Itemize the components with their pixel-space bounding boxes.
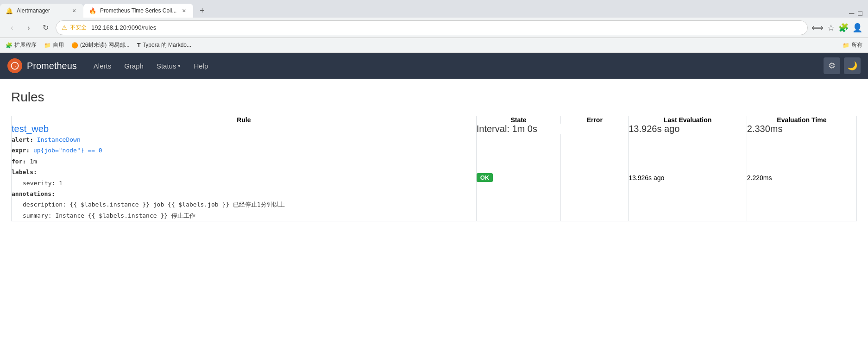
rule-cell: alert: InstanceDown expr: up{job="node"}…	[12, 134, 477, 221]
address-bar[interactable]: ⚠ 不安全 192.168.1.20:9090/rules	[56, 20, 808, 35]
window-controls: ─ □	[843, 9, 868, 18]
back-button[interactable]: ‹	[6, 21, 19, 34]
bookmark-ziyong[interactable]: 📁 自用	[44, 41, 64, 49]
bookmark-icon[interactable]: ☆	[827, 23, 835, 33]
group-name[interactable]: test_web	[12, 124, 49, 134]
page-title: Rules	[11, 90, 857, 105]
description-value: description: {{ $labels.instance }} job …	[23, 199, 476, 210]
forward-button[interactable]: ›	[22, 21, 35, 34]
new-tab-button[interactable]: +	[195, 4, 209, 18]
bookmarks-all-label: 所有	[851, 41, 862, 49]
extension-icon[interactable]: 🧩	[838, 23, 849, 33]
status-dropdown-icon: ▾	[178, 63, 181, 69]
severity-value: severity: 1	[23, 178, 476, 188]
bookmark-typora-label: Typora 的 Markdo...	[143, 41, 191, 49]
rule-description-line: description: {{ $labels.instance }} job …	[12, 199, 476, 210]
bookmark-extensions-label: 扩展程序	[14, 41, 37, 49]
evaluation-time-value: 2.220ms	[747, 174, 772, 182]
tab-close-alertmanager[interactable]: ×	[70, 7, 78, 14]
annotations-key: annotations:	[12, 190, 55, 197]
security-warning-icon: ⚠	[62, 24, 67, 31]
settings-icon: ⚙	[828, 61, 836, 71]
page-content: Rules test_web Interval: 1m 0s 13.926s a…	[0, 79, 868, 232]
header-evaluation-time: Evaluation Time	[747, 116, 856, 124]
minimize-button[interactable]: ─	[849, 9, 854, 18]
for-key: for:	[12, 158, 26, 165]
rule-expr-line: expr: up{job="node"} == 0	[12, 145, 476, 156]
toolbar-actions: ⟺ ☆ 🧩 👤	[811, 23, 862, 33]
tab-title-prometheus: Prometheus Time Series Coll...	[100, 7, 176, 14]
navbar-settings: ⚙ 🌙	[824, 57, 861, 74]
prometheus-svg-icon	[10, 61, 19, 70]
last-evaluation-value: 13.926s ago	[629, 174, 664, 182]
browser-tab-alertmanager[interactable]: 🔔 Alertmanager ×	[0, 4, 83, 18]
maximize-button[interactable]: □	[858, 9, 862, 18]
table-header: Rule State Error Last Evaluation Evaluat…	[12, 116, 857, 124]
labels-key: labels:	[12, 169, 37, 176]
rules-table: test_web Interval: 1m 0s 13.926s ago 2.3…	[11, 116, 857, 221]
tab-favicon-prometheus: 🔥	[89, 7, 96, 14]
tab-close-prometheus[interactable]: ×	[180, 7, 188, 14]
prometheus-logo-icon	[7, 58, 22, 73]
group-ago-cell: 13.926s ago	[629, 124, 747, 134]
browser-toolbar: ‹ › ↻ ⚠ 不安全 192.168.1.20:9090/rules ⟺ ☆ …	[0, 18, 868, 38]
group-interval-cell: Interval: 1m 0s	[476, 124, 629, 134]
tab-title-alertmanager: Alertmanager	[17, 7, 67, 14]
prometheus-title: Prometheus	[27, 61, 77, 71]
nav-help[interactable]: Help	[188, 58, 214, 74]
nav-status[interactable]: Status ▾	[151, 58, 187, 74]
nav-graph[interactable]: Graph	[119, 58, 149, 74]
evaluation-time-cell: 2.220ms	[747, 134, 856, 221]
translate-icon[interactable]: ⟺	[811, 23, 824, 33]
group-ago: 13.926s ago	[629, 124, 679, 134]
bookmark-typora-icon: T	[137, 42, 141, 49]
settings-button[interactable]: ⚙	[824, 57, 840, 74]
header-last-evaluation: Last Evaluation	[629, 116, 747, 124]
group-header-row: test_web Interval: 1m 0s 13.926s ago 2.3…	[12, 124, 857, 134]
profile-icon[interactable]: 👤	[852, 23, 862, 33]
folder-icon: 📁	[843, 42, 849, 49]
bookmark-email-label: (26封未读) 网易邮...	[80, 41, 130, 49]
rule-annotations-line: annotations:	[12, 188, 476, 199]
bookmark-ziyong-icon: 📁	[44, 42, 51, 49]
expr-value[interactable]: up{job="node"} == 0	[33, 147, 102, 154]
alert-key: alert:	[12, 136, 33, 143]
error-cell	[561, 134, 629, 221]
prometheus-navbar: Prometheus Alerts Graph Status ▾ Help ⚙ …	[0, 53, 868, 79]
table-row: alert: InstanceDown expr: up{job="node"}…	[12, 134, 857, 221]
nav-alerts[interactable]: Alerts	[88, 58, 117, 74]
group-name-cell: test_web	[12, 124, 477, 134]
prometheus-logo[interactable]: Prometheus	[7, 58, 77, 73]
state-cell: OK	[476, 134, 561, 221]
header-error: Error	[561, 116, 629, 124]
refresh-button[interactable]: ↻	[39, 21, 52, 34]
bookmark-ziyong-label: 自用	[53, 41, 64, 49]
ok-badge: OK	[477, 173, 493, 182]
bookmark-email-icon: 🟠	[71, 42, 78, 49]
theme-button[interactable]: 🌙	[844, 57, 861, 74]
header-state: State	[476, 116, 561, 124]
last-evaluation-cell: 13.926s ago	[629, 134, 747, 221]
rule-labels-line: labels:	[12, 167, 476, 177]
bookmarks-all[interactable]: 📁 所有	[843, 41, 862, 49]
nav-items: Alerts Graph Status ▾ Help	[88, 58, 214, 74]
expr-key: expr:	[12, 147, 30, 154]
group-eval-time-cell: 2.330ms	[747, 124, 856, 134]
header-rule: Rule	[12, 116, 477, 124]
summary-value: summary: Instance {{ $labels.instance }}…	[23, 210, 476, 221]
tab-favicon-alertmanager: 🔔	[6, 7, 13, 14]
for-value: 1m	[30, 158, 37, 165]
rule-for-line: for: 1m	[12, 156, 476, 167]
bookmark-extensions-icon: 🧩	[6, 42, 13, 49]
browser-tab-prometheus[interactable]: 🔥 Prometheus Time Series Coll... ×	[83, 4, 193, 18]
alert-value[interactable]: InstanceDown	[37, 136, 81, 143]
group-eval-time: 2.330ms	[747, 124, 783, 134]
group-interval: Interval: 1m 0s	[477, 124, 537, 134]
rule-summary-line: summary: Instance {{ $labels.instance }}…	[12, 210, 476, 221]
table-body: alert: InstanceDown expr: up{job="node"}…	[12, 134, 857, 221]
security-warning-text: 不安全	[70, 24, 87, 31]
bookmark-typora[interactable]: T Typora 的 Markdo...	[137, 41, 191, 49]
bookmark-email[interactable]: 🟠 (26封未读) 网易邮...	[71, 41, 130, 49]
rule-severity-line: severity: 1	[12, 178, 476, 188]
bookmark-extensions[interactable]: 🧩 扩展程序	[6, 41, 37, 49]
